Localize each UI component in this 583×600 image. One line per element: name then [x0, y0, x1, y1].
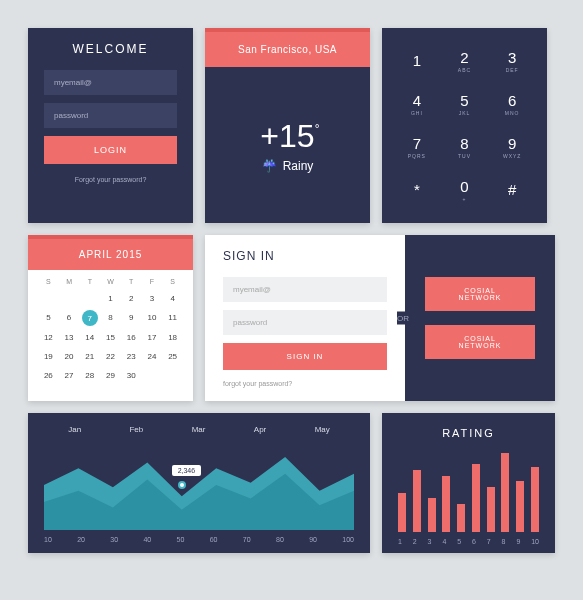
keypad: 12ABC3DEF4GHI5JKL6MNO7PQRS8TUV9WXYZ*0+#	[382, 28, 547, 223]
welcome-title: WELCOME	[72, 42, 148, 56]
or-divider: OR	[397, 312, 409, 325]
calendar-title: APRIL 2015	[28, 235, 193, 270]
weather-condition: ☔ Rainy	[262, 159, 314, 173]
calendar-day-27[interactable]: 27	[59, 368, 80, 383]
calendar-day-empty	[38, 291, 59, 306]
calendar-day-7[interactable]: 7	[82, 310, 98, 326]
calendar-day-22[interactable]: 22	[100, 349, 121, 364]
calendar-day-29[interactable]: 29	[100, 368, 121, 383]
area-chart-svg	[44, 440, 354, 530]
calendar-day-25[interactable]: 25	[162, 349, 183, 364]
keypad-key-1[interactable]: 1	[396, 42, 438, 79]
calendar-day-9[interactable]: 9	[121, 310, 142, 326]
calendar-day-28[interactable]: 28	[79, 368, 100, 383]
signin-button[interactable]: SIGN IN	[223, 343, 387, 370]
rating-bar	[457, 504, 465, 532]
calendar-day-3[interactable]: 3	[142, 291, 163, 306]
signin-title: SIGN IN	[223, 249, 387, 263]
calendar-dow-row: SMTWTFS	[38, 278, 183, 285]
area-chart: JanFebMarAprMay 2,346 102030405060708090…	[28, 413, 370, 553]
rating-bar	[501, 453, 509, 532]
calendar-day-5[interactable]: 5	[38, 310, 59, 326]
signin-card: SIGN IN SIGN IN forgot your password? OR…	[205, 235, 555, 401]
calendar-days-grid: 1234567891011121314151617181920212223242…	[38, 291, 183, 383]
calendar-day-17[interactable]: 17	[142, 330, 163, 345]
keypad-key-7[interactable]: 7PQRS	[396, 129, 438, 166]
rating-bar	[398, 493, 406, 533]
keypad-key-5[interactable]: 5JKL	[444, 85, 486, 122]
chart-xaxis: 102030405060708090100	[44, 536, 354, 543]
welcome-card: WELCOME LOGIN Forgot your password?	[28, 28, 193, 223]
keypad-key-#[interactable]: #	[491, 172, 533, 209]
calendar-day-12[interactable]: 12	[38, 330, 59, 345]
calendar-day-20[interactable]: 20	[59, 349, 80, 364]
keypad-key-8[interactable]: 8TUV	[444, 129, 486, 166]
calendar-day-1[interactable]: 1	[100, 291, 121, 306]
rating-bar	[428, 498, 436, 532]
calendar-day-21[interactable]: 21	[79, 349, 100, 364]
calendar-day-16[interactable]: 16	[121, 330, 142, 345]
rain-icon: ☔	[262, 159, 277, 173]
signin-password-input[interactable]	[223, 310, 387, 335]
calendar-day-15[interactable]: 15	[100, 330, 121, 345]
rating-bars	[398, 453, 539, 532]
calendar-day-10[interactable]: 10	[142, 310, 163, 326]
calendar-day-empty	[142, 368, 163, 383]
calendar-day-18[interactable]: 18	[162, 330, 183, 345]
social-network-button-1[interactable]: COSIAL NETWORK	[425, 277, 535, 311]
keypad-key-2[interactable]: 2ABC	[444, 42, 486, 79]
weather-location: San Francisco, USA	[205, 28, 370, 67]
social-network-button-2[interactable]: COSIAL NETWORK	[425, 325, 535, 359]
login-button[interactable]: LOGIN	[44, 136, 177, 164]
keypad-key-3[interactable]: 3DEF	[491, 42, 533, 79]
keypad-key-9[interactable]: 9WXYZ	[491, 129, 533, 166]
temperature-value: +15°	[260, 118, 314, 155]
calendar-day-empty	[59, 291, 80, 306]
rating-title: RATING	[398, 427, 539, 439]
rating-bar	[472, 464, 480, 532]
keypad-key-*[interactable]: *	[396, 172, 438, 209]
weather-card: San Francisco, USA +15° ☔ Rainy	[205, 28, 370, 223]
weather-body: +15° ☔ Rainy	[205, 67, 370, 223]
calendar-card: APRIL 2015 SMTWTFS 123456789101112131415…	[28, 235, 193, 401]
calendar-day-11[interactable]: 11	[162, 310, 183, 326]
rating-chart: RATING 12345678910	[382, 413, 555, 553]
email-input[interactable]	[44, 70, 177, 95]
chart-month-labels: JanFebMarAprMay	[44, 425, 354, 434]
calendar-day-13[interactable]: 13	[59, 330, 80, 345]
calendar-day-4[interactable]: 4	[162, 291, 183, 306]
calendar-day-19[interactable]: 19	[38, 349, 59, 364]
rating-bar	[442, 476, 450, 532]
rating-bar	[531, 467, 539, 532]
signin-email-input[interactable]	[223, 277, 387, 302]
calendar-day-2[interactable]: 2	[121, 291, 142, 306]
calendar-day-empty	[162, 368, 183, 383]
calendar-day-empty	[79, 291, 100, 306]
rating-xaxis: 12345678910	[398, 538, 539, 545]
password-input[interactable]	[44, 103, 177, 128]
calendar-day-30[interactable]: 30	[121, 368, 142, 383]
rating-bar	[413, 470, 421, 532]
calendar-day-24[interactable]: 24	[142, 349, 163, 364]
signin-forgot-link[interactable]: forgot your password?	[223, 380, 387, 387]
calendar-day-8[interactable]: 8	[100, 310, 121, 326]
rating-bar	[487, 487, 495, 532]
chart-tooltip: 2,346	[172, 465, 202, 476]
forgot-password-link[interactable]: Forgot your password?	[75, 176, 147, 183]
calendar-day-26[interactable]: 26	[38, 368, 59, 383]
keypad-key-6[interactable]: 6MNO	[491, 85, 533, 122]
keypad-key-4[interactable]: 4GHI	[396, 85, 438, 122]
calendar-day-14[interactable]: 14	[79, 330, 100, 345]
rating-bar	[516, 481, 524, 532]
calendar-day-6[interactable]: 6	[59, 310, 80, 326]
keypad-key-0[interactable]: 0+	[444, 172, 486, 209]
calendar-day-23[interactable]: 23	[121, 349, 142, 364]
